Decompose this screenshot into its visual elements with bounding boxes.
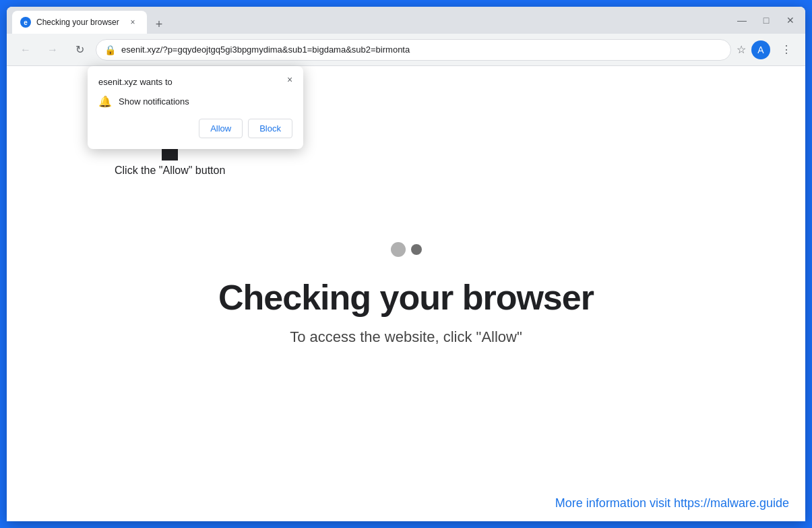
tab-strip: e Checking your browser × + <box>12 7 732 34</box>
active-tab[interactable]: e Checking your browser × <box>12 11 147 34</box>
window-controls: — □ ✕ <box>732 11 800 30</box>
spinner-dot-2 <box>411 244 422 255</box>
back-button[interactable]: ← <box>15 39 36 61</box>
footer-link[interactable]: More information visit https://malware.g… <box>555 496 789 510</box>
click-allow-label: Click the "Allow" button <box>115 165 225 177</box>
spinner-dot-1 <box>391 242 406 257</box>
popup-site-text: esenit.xyz wants to <box>98 77 292 87</box>
refresh-button[interactable]: ↻ <box>69 39 90 61</box>
tab-close-button[interactable]: × <box>127 16 139 28</box>
spinner-area <box>391 242 422 257</box>
popup-permission-text: Show notifications <box>119 96 189 107</box>
browser-window: e Checking your browser × + — □ ✕ ← → ↻ … <box>7 7 805 521</box>
allow-button[interactable]: Allow <box>199 119 243 138</box>
lock-icon: 🔒 <box>104 45 116 55</box>
new-tab-button[interactable]: + <box>150 15 168 34</box>
tab-favicon: e <box>20 17 31 28</box>
main-title: Checking your browser <box>218 277 594 318</box>
url-text: esenit.xyz/?p=gqydeojtgq5gi3bpgmydima&su… <box>121 45 722 55</box>
bookmark-icon[interactable]: ☆ <box>737 43 746 56</box>
sub-title: To access the website, click "Allow" <box>290 328 522 346</box>
tab-title: Checking your browser <box>36 18 121 27</box>
url-bar[interactable]: 🔒 esenit.xyz/?p=gqydeojtgq5gi3bpgmydima&… <box>96 39 731 61</box>
forward-button[interactable]: → <box>42 39 63 61</box>
popup-close-button[interactable]: × <box>282 71 298 88</box>
maximize-button[interactable]: □ <box>757 11 776 30</box>
bell-icon: 🔔 <box>98 95 112 108</box>
minimize-button[interactable]: — <box>732 11 751 30</box>
popup-permission: 🔔 Show notifications <box>98 95 292 108</box>
popup-buttons: Allow Block <box>98 119 292 138</box>
title-bar: e Checking your browser × + — □ ✕ <box>7 7 805 34</box>
more-button[interactable]: ⋮ <box>776 39 797 61</box>
profile-button[interactable]: A <box>751 40 770 59</box>
close-button[interactable]: ✕ <box>781 11 800 30</box>
address-bar: ← → ↻ 🔒 esenit.xyz/?p=gqydeojtgq5gi3bpgm… <box>7 34 805 66</box>
notification-popup: × esenit.xyz wants to 🔔 Show notificatio… <box>88 66 303 149</box>
block-button[interactable]: Block <box>248 119 292 138</box>
